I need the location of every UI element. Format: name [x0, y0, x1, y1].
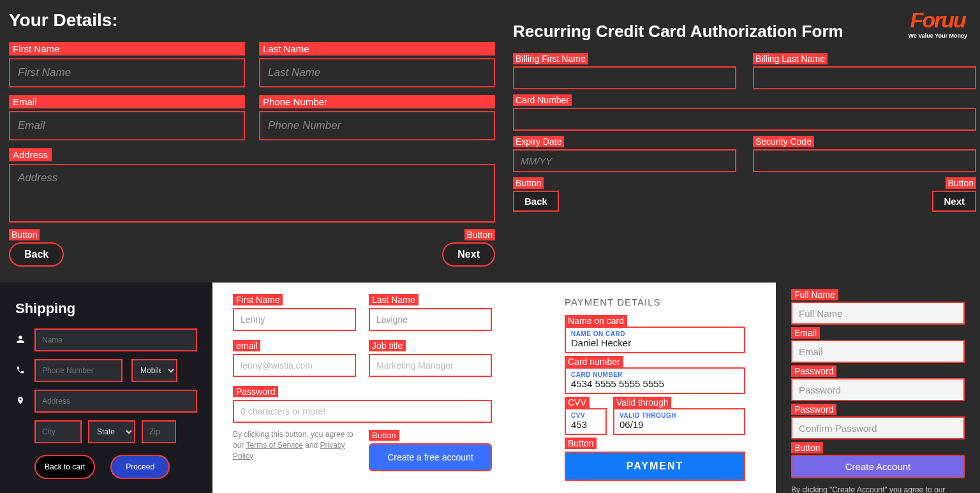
- logo-text: Foruu: [910, 8, 965, 33]
- security-input[interactable]: [753, 149, 976, 172]
- back-button-tag: Button: [9, 229, 40, 240]
- cc-form-heading: Recurring Credit Card Authorization Form: [513, 22, 976, 41]
- billing-fname-input[interactable]: [513, 66, 736, 89]
- su-terms-text: By clicking this button, you agree to ou…: [233, 429, 356, 461]
- su-email-input[interactable]: [233, 354, 356, 377]
- payment-heading: PAYMENT DETAILS: [565, 297, 745, 307]
- back-to-cart-button[interactable]: Back to cart: [34, 455, 95, 479]
- su-email-label: email: [233, 340, 260, 351]
- next-button-tag: Button: [464, 229, 495, 240]
- expiry-input[interactable]: [513, 149, 736, 172]
- pin-icon: [15, 396, 26, 407]
- create-account-button[interactable]: Create Account: [791, 455, 965, 478]
- payment-btn-tag: Button: [565, 438, 597, 449]
- next-button[interactable]: Next: [442, 242, 495, 267]
- valid-through-value: 06/19: [620, 419, 739, 430]
- card-number-input[interactable]: [513, 108, 976, 131]
- security-label: Security Code: [753, 136, 814, 147]
- valid-through-tag: Valid through: [613, 397, 671, 408]
- card-number-field[interactable]: CARD NUMBER 4534 5555 5555 5555: [565, 367, 745, 394]
- ca-terms-text: By clicking "Create Account" you agree t…: [791, 485, 965, 493]
- back-button[interactable]: Back: [9, 242, 64, 267]
- first-name-input[interactable]: [9, 58, 245, 87]
- brand-logo: Foruu We Value Your Money: [908, 8, 967, 39]
- cvv-tag: CVV: [565, 397, 590, 408]
- cc-back-tag: Button: [513, 177, 544, 189]
- cvv-inner-label: CVV: [571, 412, 600, 419]
- billing-lname-input[interactable]: [753, 66, 976, 89]
- create-free-account-button[interactable]: Create a free account: [369, 443, 492, 471]
- ca-fullname-label: Full Name: [791, 289, 838, 300]
- ca-pw-input[interactable]: [791, 378, 965, 401]
- phone-input[interactable]: [259, 111, 495, 140]
- card-number-tag: Card number: [565, 356, 623, 367]
- zip-input[interactable]: [142, 420, 176, 443]
- shipping-address-input[interactable]: [34, 390, 197, 413]
- cvv-value: 453: [571, 419, 600, 430]
- su-pw-input[interactable]: [233, 400, 492, 423]
- your-details-heading: Your Details:: [9, 10, 495, 31]
- email-label: Email: [9, 95, 245, 108]
- name-on-card-inner-label: NAME ON CARD: [571, 330, 739, 337]
- last-name-input[interactable]: [259, 58, 495, 87]
- valid-through-inner-label: VALID THROUGH: [620, 412, 739, 419]
- card-number-value: 4534 5555 5555 5555: [571, 378, 739, 389]
- su-fname-input[interactable]: [233, 308, 356, 331]
- cc-back-button[interactable]: Back: [513, 191, 559, 212]
- address-input[interactable]: [9, 164, 495, 223]
- shipping-mobile-select[interactable]: Mobile: [131, 359, 177, 382]
- shipping-phone-input[interactable]: [34, 359, 122, 382]
- billing-lname-label: Billing Last Name: [753, 53, 828, 64]
- email-input[interactable]: [9, 111, 245, 140]
- ca-email-label: Email: [791, 327, 820, 339]
- cc-next-tag: Button: [946, 177, 976, 189]
- phone-icon: [15, 365, 26, 376]
- terms-link[interactable]: Terms of Service: [246, 441, 302, 450]
- su-job-label: Job title: [369, 340, 406, 351]
- shipping-heading: Shipping: [15, 300, 197, 317]
- su-fname-label: First Name: [233, 294, 283, 305]
- su-lname-input[interactable]: [369, 308, 492, 331]
- shipping-name-input[interactable]: [34, 328, 197, 351]
- card-number-label: Card Number: [513, 94, 572, 106]
- address-label: Address: [9, 148, 52, 161]
- su-lname-label: Last Name: [369, 294, 419, 305]
- state-select[interactable]: State: [88, 420, 135, 443]
- ca-btn-tag: Button: [791, 442, 823, 453]
- person-icon: [15, 335, 26, 346]
- cvv-field[interactable]: CVV 453: [565, 408, 607, 435]
- ca-email-input[interactable]: [791, 340, 965, 363]
- valid-through-field[interactable]: VALID THROUGH 06/19: [613, 408, 745, 435]
- name-on-card-value: Daniel Hecker: [571, 337, 739, 348]
- first-name-label: First Name: [9, 42, 245, 55]
- ca-cpw-label: Password: [791, 404, 836, 415]
- billing-fname-label: Billing First Name: [513, 53, 588, 64]
- ca-cpw-input[interactable]: [791, 416, 965, 439]
- expiry-label: Expiry Date: [513, 136, 564, 147]
- city-input[interactable]: [34, 420, 82, 443]
- logo-sub: We Value Your Money: [908, 33, 967, 39]
- su-pw-label: Password: [233, 386, 278, 397]
- payment-button[interactable]: PAYMENT: [565, 452, 745, 481]
- name-on-card-input[interactable]: NAME ON CARD Daniel Hecker: [565, 327, 745, 353]
- ca-fullname-input[interactable]: [791, 302, 965, 325]
- card-number-inner-label: CARD NUMBER: [571, 371, 739, 378]
- create-acct-tag: Button: [369, 430, 399, 441]
- proceed-button[interactable]: Proceed: [110, 455, 170, 479]
- phone-label: Phone Number: [259, 95, 495, 108]
- cc-next-button[interactable]: Next: [932, 191, 976, 212]
- last-name-label: Last Name: [259, 42, 495, 55]
- ca-pw-label: Password: [791, 365, 836, 377]
- su-job-input[interactable]: [369, 354, 492, 377]
- name-on-card-tag: Name on card: [565, 315, 627, 327]
